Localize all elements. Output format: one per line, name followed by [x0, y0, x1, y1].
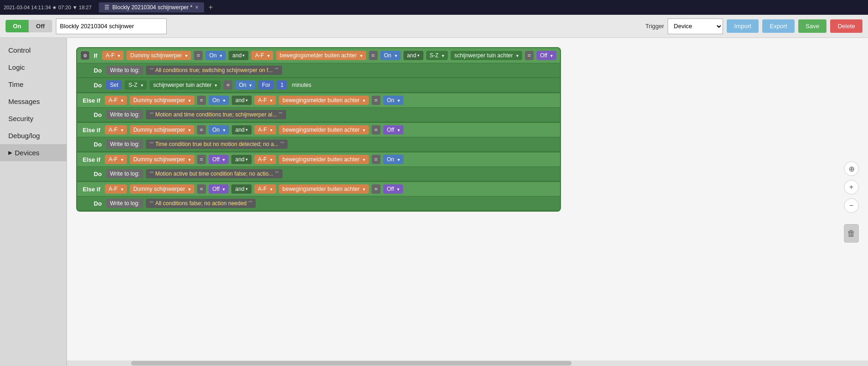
ei4-cond1-device[interactable]: Dummy schijnwerper	[130, 155, 194, 164]
sidebar-item-security[interactable]: Security	[0, 110, 66, 127]
ei5-cond2-val[interactable]: Off	[383, 184, 404, 194]
ei3-cond2-val[interactable]: Off	[383, 125, 404, 134]
elseif5-row: Else if A-F Dummy schijnwerper = Off and…	[77, 181, 560, 196]
toggle-off-button[interactable]: Off	[29, 20, 52, 32]
ei2-cond2-device[interactable]: bewegingsmelder buiten achter	[279, 96, 369, 105]
ei2-cond1-device[interactable]: Dummy schijnwerper	[130, 96, 194, 105]
write-log-chip2[interactable]: Write to log:	[106, 110, 143, 119]
do3-label: Do	[92, 141, 103, 148]
ei4-cond2-prefix[interactable]: A-F	[254, 155, 276, 164]
and1[interactable]: and	[229, 51, 248, 60]
trash-button[interactable]: 🗑	[844, 224, 859, 243]
main-layout: Control Logic Time Messages Security Deb…	[0, 38, 868, 366]
cond2-device[interactable]: bewegingsmelder buiten achter	[276, 51, 366, 60]
ei2-cond1-prefix[interactable]: A-F	[105, 96, 127, 105]
ei3-cond2-device[interactable]: bewegingsmelder buiten achter	[279, 125, 369, 134]
cond2-prefix[interactable]: A-F	[251, 51, 273, 60]
ei3-eq2[interactable]: =	[372, 125, 380, 134]
scrollbar-thumb[interactable]	[131, 361, 572, 366]
set-val[interactable]: On	[235, 80, 255, 90]
tab-add-button[interactable]: +	[206, 2, 216, 12]
sidebar-item-messages[interactable]: Messages	[0, 93, 66, 110]
ei2-cond2-prefix[interactable]: A-F	[254, 96, 276, 105]
export-button[interactable]: Export	[762, 19, 795, 33]
cond1-device[interactable]: Dummy schijnwerper	[127, 51, 191, 60]
sidebar-item-debuglog[interactable]: Debug/log	[0, 127, 66, 144]
set-eq[interactable]: =	[223, 80, 232, 90]
trigger-select[interactable]: Device	[668, 18, 723, 34]
save-button[interactable]: Save	[798, 19, 827, 33]
sidebar-item-time[interactable]: Time	[0, 76, 66, 93]
ei4-cond1-val[interactable]: Off	[209, 155, 229, 164]
ei5-cond1-prefix[interactable]: A-F	[105, 184, 127, 194]
ei5-cond1-val[interactable]: Off	[209, 184, 229, 194]
ei4-cond2-val[interactable]: On	[383, 155, 404, 164]
equals2[interactable]: =	[369, 51, 378, 60]
for-num[interactable]: 1	[277, 80, 287, 90]
cond3-prefix[interactable]: S-Z	[426, 51, 448, 60]
ei5-and[interactable]: and	[231, 184, 251, 194]
ei3-cond1-val[interactable]: On	[209, 125, 229, 134]
set-device[interactable]: schijnwerper tuin achter	[150, 80, 221, 90]
elseif5-label: Else if	[81, 186, 102, 193]
ei5-cond2-device[interactable]: bewegingsmelder buiten achter	[279, 184, 369, 194]
write-log-chip1[interactable]: Write to log:	[106, 66, 143, 75]
ei4-and[interactable]: and	[231, 155, 251, 164]
sidebar-item-devices[interactable]: ▶ Devices	[0, 144, 66, 161]
do5-label: Do	[92, 200, 103, 207]
equals3[interactable]: =	[525, 51, 534, 60]
tab-close-icon[interactable]: ×	[195, 4, 199, 11]
zoom-out-button[interactable]: −	[844, 198, 859, 213]
ei3-cond2-prefix[interactable]: A-F	[254, 125, 276, 134]
write-log-chip5[interactable]: Write to log:	[106, 199, 143, 208]
scrollbar-horizontal[interactable]	[67, 360, 868, 366]
sidebar-item-logic[interactable]: Logic	[0, 59, 66, 76]
tab-bar: ☰ Blockly 20210304 schijnwerper * × +	[99, 2, 216, 12]
ei2-cond2-val[interactable]: On	[383, 96, 404, 105]
ei2-eq1[interactable]: =	[197, 96, 206, 105]
cond3-val[interactable]: Off	[536, 51, 557, 60]
for-chip[interactable]: For	[258, 80, 274, 90]
crosshair-button[interactable]: ⊕	[844, 161, 859, 176]
sidebar-item-control[interactable]: Control	[0, 42, 66, 59]
elseif4-row: Else if A-F Dummy schijnwerper = Off and…	[77, 152, 560, 166]
ei5-cond2-prefix[interactable]: A-F	[254, 184, 276, 194]
ei2-cond1-val[interactable]: On	[209, 96, 229, 105]
import-button[interactable]: Import	[727, 19, 759, 33]
on-off-toggle: On Off	[6, 20, 52, 32]
ei3-and[interactable]: and	[232, 125, 252, 134]
write-log-chip4[interactable]: Write to log:	[106, 169, 143, 178]
write-log-chip3[interactable]: Write to log:	[106, 140, 143, 149]
if-row: ⚙ If A-F Dummy schijnwerper = On and A-F…	[77, 48, 560, 63]
cond1-val[interactable]: On	[205, 51, 226, 60]
ei4-cond1-prefix[interactable]: A-F	[105, 155, 127, 164]
do5-row: Do Write to log: All conditions false; n…	[77, 196, 560, 211]
ei5-cond1-device[interactable]: Dummy schijnwerper	[130, 184, 194, 194]
cond2-val[interactable]: On	[380, 51, 401, 60]
script-name-input[interactable]	[56, 18, 167, 34]
ei2-eq2[interactable]: =	[372, 96, 380, 105]
ei3-eq1[interactable]: =	[197, 125, 206, 134]
set-chip[interactable]: Set	[106, 80, 122, 90]
canvas-area[interactable]: ⚙ If A-F Dummy schijnwerper = On and A-F…	[67, 38, 868, 366]
set-prefix[interactable]: S-Z	[125, 80, 146, 90]
ei5-eq1[interactable]: =	[197, 184, 206, 194]
and2[interactable]: and	[404, 51, 423, 60]
ei3-cond1-device[interactable]: Dummy schijnwerper	[130, 125, 194, 134]
cond1-prefix[interactable]: A-F	[102, 51, 124, 60]
ei4-eq2[interactable]: =	[372, 155, 380, 164]
gear-icon[interactable]: ⚙	[81, 51, 89, 60]
ei3-cond1-prefix[interactable]: A-F	[105, 125, 127, 134]
ei2-and[interactable]: and	[232, 96, 252, 105]
equals1[interactable]: =	[194, 51, 203, 60]
zoom-in-button[interactable]: +	[844, 180, 859, 195]
sidebar-item-label: Debug/log	[8, 132, 40, 140]
nav-controls: ⊕ + − 🗑	[844, 161, 859, 243]
cond3-device[interactable]: schijnwerper tuin achter	[451, 51, 522, 60]
toggle-on-button[interactable]: On	[6, 20, 29, 32]
ei4-cond2-device[interactable]: bewegingsmelder buiten achter	[279, 155, 369, 164]
delete-button[interactable]: Delete	[830, 19, 862, 33]
active-tab[interactable]: ☰ Blockly 20210304 schijnwerper * ×	[99, 2, 204, 12]
ei5-eq2[interactable]: =	[372, 184, 380, 194]
ei4-eq1[interactable]: =	[197, 155, 206, 164]
